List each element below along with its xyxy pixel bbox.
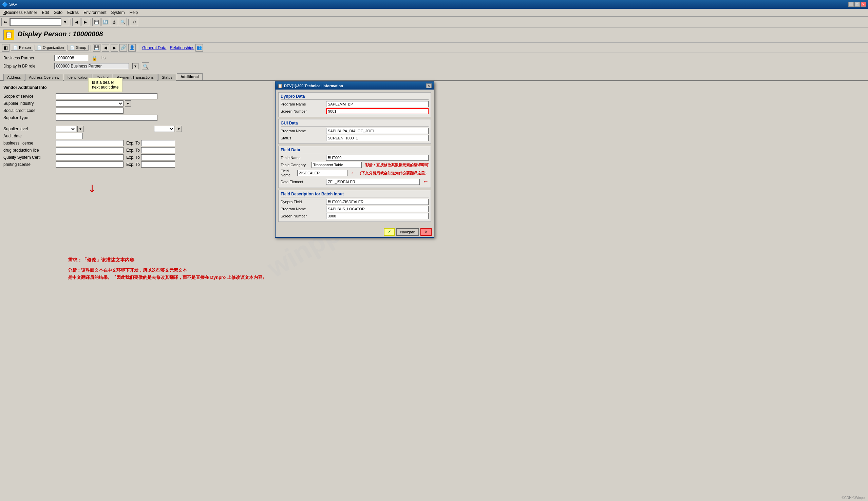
command-dropdown[interactable]: ▼ [61,18,69,26]
print-exp-input[interactable] [141,161,175,168]
quality-exp-input[interactable] [141,154,175,160]
menu-item-help[interactable]: Help [128,10,140,15]
tooltip-line1: Is it a dealer [92,80,119,85]
audit-date-input[interactable] [56,133,83,139]
tooltip-line2: next audit date [92,85,119,89]
command-field[interactable] [10,18,61,26]
supplier-industry-dropdown[interactable] [56,100,124,107]
scope-input[interactable] [56,93,157,99]
group-button[interactable]: 📄 Group [67,45,88,51]
supplier-level-2nd-btn[interactable]: ▼ [176,126,182,132]
minimize-button[interactable]: _ [848,2,854,7]
settings-button[interactable]: ⚙ [130,18,138,26]
close-button[interactable]: ✕ [860,2,866,7]
field-table-value[interactable] [326,155,428,161]
gui-program-label: Program Name [280,129,325,133]
business-license-input[interactable] [56,140,124,146]
dynpro-screen-value[interactable] [326,108,428,114]
bp-role-dropdown-btn[interactable]: ▼ [133,63,138,69]
prev-button[interactable]: ◀ [72,18,81,26]
organization-button[interactable]: 📄 Organization [35,45,66,51]
general-data-label[interactable]: General Data [142,45,166,50]
batch-dynpro-row: Dynpro Field [280,199,428,205]
modal-cancel-button[interactable]: ✕ [421,228,432,236]
gui-status-value[interactable] [326,135,428,141]
technical-info-modal[interactable]: 📋 DEV(1)/300 Technical Information ✕ Dyn… [275,82,434,238]
menu-item-environment[interactable]: Environment [82,10,108,15]
next-button[interactable]: ▶ [81,18,89,26]
drug-exp-input[interactable] [141,147,175,153]
quality-system-input[interactable] [56,154,124,160]
supplier-level-dropdown[interactable] [56,126,76,132]
main-toolbar: ⬅ ▼ ◀ ▶ 💾 🔄 🖨 🔍 ⚙ [0,17,868,28]
bp-role-field[interactable] [54,63,129,69]
field-name-label: Field Name [280,169,296,177]
toggle-panel-button[interactable]: ◧ [2,44,10,52]
printing-license-label: printing license [3,162,54,167]
drug-production-label: drug production lice [3,148,54,153]
print-exp-label: Exp. To [126,162,140,167]
org-icon: 📄 [37,45,42,50]
gui-program-value[interactable] [326,128,428,134]
modal-close-button[interactable]: ✕ [426,84,432,88]
supplier-industry-dropdown-btn[interactable]: ▼ [125,100,131,107]
analysis-text-2: 是中文翻译后的结果。『因此我们要做的是去修改其翻译，而不是直接在 Dynpro … [68,274,267,281]
field-element-value[interactable] [326,179,420,185]
navigate-button[interactable]: Navigate [396,228,419,236]
supplier-type-label: Supplier Type [3,115,54,120]
title-bar-text: SAP [9,2,17,7]
tab-address[interactable]: Address [3,74,24,81]
bp-number-field[interactable] [54,55,88,61]
page-title: Display Person : 10000008 [18,30,103,38]
menu-item-edit[interactable]: Edit [40,10,51,15]
confirm-button[interactable]: ✓ [384,228,395,236]
supplier-level-btn[interactable]: ▼ [77,126,84,132]
batch-dynpro-value[interactable] [326,199,428,205]
menu-item-goto[interactable]: Goto [52,10,64,15]
menu-item-extras[interactable]: Extras [65,10,81,15]
maximize-button[interactable]: □ [855,2,860,7]
batch-screen-value[interactable] [326,213,428,219]
tab-address-overview[interactable]: Address Overview [25,74,63,81]
page-icon: 📋 [3,30,14,40]
social-credit-input[interactable] [56,107,124,114]
menu-item-business-partner[interactable]: BBusiness Partner [1,10,39,15]
batch-program-value[interactable] [326,206,428,212]
relationships-label[interactable]: Relationships [170,45,194,50]
back-button[interactable]: ⬅ [1,18,10,26]
dynpro-program-label: Program Name [280,102,325,106]
supplier-level-2nd-dropdown[interactable] [154,126,174,132]
save-button[interactable]: 💾 [92,18,100,26]
link-button[interactable]: 🔗 [119,44,127,52]
bp-role-lookup-btn[interactable]: 🔍 [142,62,149,70]
field-name-value[interactable] [297,170,348,176]
field-category-value[interactable] [311,162,362,168]
menu-item-system[interactable]: System [109,10,127,15]
dynpro-program-row: Program Name [280,101,428,107]
person-button[interactable]: 📄 Person [11,45,33,51]
relationships-icon[interactable]: 👥 [195,44,203,52]
dynpro-program-value[interactable] [326,101,428,107]
save-bp-button[interactable]: 💾 [93,44,100,52]
field-name-row: Field Name ← （下文分析后就会知道为什么要翻译这里） [280,169,428,177]
dynpro-section-title: Dynpro Data [280,94,428,100]
gui-status-row: Status [280,135,428,141]
print-button[interactable]: 🖨 [110,18,118,26]
printing-license-input[interactable] [56,161,124,168]
supplier-type-input[interactable] [56,115,157,121]
refresh-button[interactable]: 🔄 [101,18,109,26]
supplier-level-label: Supplier level [3,127,54,131]
biz-exp-input[interactable] [141,140,175,146]
biz-exp-label: Exp. To [126,141,140,146]
drug-production-input[interactable] [56,147,124,153]
tab-status[interactable]: Status [158,74,176,81]
nav-left-button[interactable]: ◀ [102,44,109,52]
window-controls[interactable]: _ □ ✕ [848,2,866,7]
tab-identification[interactable]: Identification [64,74,92,81]
find-button[interactable]: 🔍 [119,18,127,26]
title-bar: 🔷 SAP _ □ ✕ [0,0,868,9]
tab-additional[interactable]: Additional [177,73,203,81]
nav-right-button[interactable]: ▶ [110,44,118,52]
field-element-row: Data Element ← [280,178,428,185]
drug-exp-label: Exp. To [126,148,140,153]
